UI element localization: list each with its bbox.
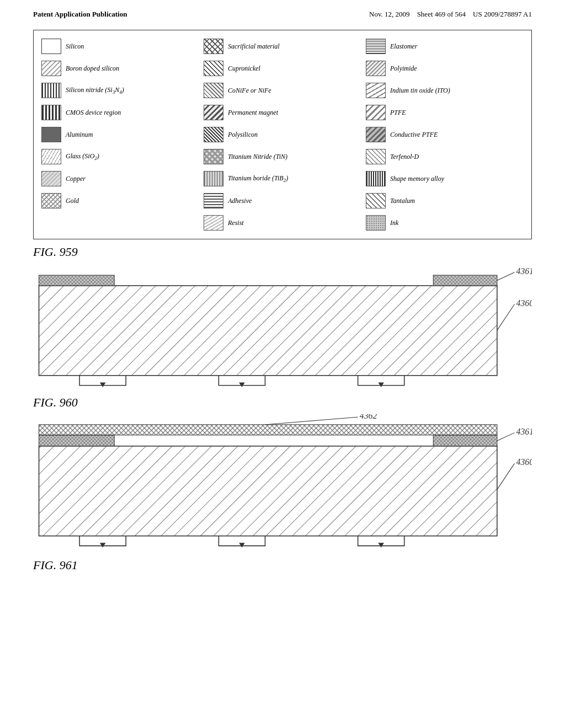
legend-item-empty xyxy=(39,213,201,232)
svg-marker-26 xyxy=(239,543,245,548)
swatch-titanium-nitride xyxy=(204,149,223,164)
swatch-copper xyxy=(41,171,61,186)
fig960-label: FIG. 960 xyxy=(33,395,565,410)
legend-item-ink: Ink xyxy=(364,213,526,232)
legend-label-sacrificial: Sacrificial material xyxy=(228,42,280,51)
legend-label-ito: Indium tin oxide (ITO) xyxy=(390,87,450,95)
svg-rect-5 xyxy=(39,275,115,286)
legend-label-titanium-boride: Titanium boride (TiB2) xyxy=(228,174,288,183)
legend-label-adhesive: Adhesive xyxy=(228,197,252,205)
legend-label-gold: Gold xyxy=(66,197,79,205)
legend-label-boron: Boron doped silicon xyxy=(66,65,119,73)
legend-item-gold: Gold xyxy=(39,191,201,210)
legend-item-titanium-boride: Titanium boride (TiB2) xyxy=(201,169,364,188)
legend-item-boron: Boron doped silicon xyxy=(39,59,201,78)
legend-label-silicon-nitride: Silicon nitride (Si3N4) xyxy=(66,86,124,95)
svg-rect-18 xyxy=(39,446,497,536)
legend-item-cupronickel: Cupronickel xyxy=(201,59,364,78)
legend-item-titanium-nitride: Titanium Nitride (TiN) xyxy=(201,147,364,166)
swatch-ito xyxy=(366,83,386,98)
swatch-titanium-boride xyxy=(204,171,223,186)
legend-item-polysilicon: Polysilicon xyxy=(201,125,364,144)
swatch-cmos xyxy=(41,105,61,120)
svg-marker-11 xyxy=(378,382,384,387)
svg-line-7 xyxy=(497,272,515,281)
swatch-adhesive xyxy=(204,193,223,208)
swatch-cupronickel xyxy=(204,61,223,76)
swatch-polysilicon xyxy=(204,127,223,142)
svg-line-8 xyxy=(497,304,515,330)
legend-label-silicon: Silicon xyxy=(66,42,84,51)
legend-label-conductive-ptfe: Conductive PTFE xyxy=(390,131,438,139)
swatch-terfenol xyxy=(366,149,386,164)
publication-date: Nov. 12, 2009 xyxy=(369,10,410,18)
svg-marker-10 xyxy=(239,382,245,387)
svg-line-22 xyxy=(265,417,358,425)
legend-item-permanent: Permanent magnet xyxy=(201,103,364,122)
legend-item-terfenol: Terfenol-D xyxy=(364,147,526,166)
legend-label-resist: Resist xyxy=(228,219,244,227)
callout-4360b: 4360 xyxy=(516,458,532,467)
fig961-container: 4362 4361 4360 xyxy=(33,414,532,553)
publication-label: Patent Application Publication xyxy=(33,10,127,19)
fig959-label: FIG. 959 xyxy=(33,245,565,259)
legend-item-silicon: Silicon xyxy=(39,37,201,56)
legend-label-polysilicon: Polysilicon xyxy=(228,131,258,139)
callout-4360: 4360 xyxy=(516,298,532,308)
callout-4362: 4362 xyxy=(360,414,377,420)
publication-info: Nov. 12, 2009 Sheet 469 of 564 US 2009/2… xyxy=(369,10,532,19)
legend-item-silicon-nitride: Silicon nitride (Si3N4) xyxy=(39,81,201,100)
svg-line-24 xyxy=(497,464,515,490)
legend-item-ptfe: PTFE xyxy=(364,103,526,122)
svg-rect-6 xyxy=(433,275,497,286)
legend-item-sacrificial: Sacrificial material xyxy=(201,37,364,56)
swatch-silicon xyxy=(41,39,61,54)
swatch-permanent xyxy=(204,105,223,120)
legend-label-cupronickel: Cupronickel xyxy=(228,65,260,73)
legend-label-titanium-nitride: Titanium Nitride (TiN) xyxy=(228,153,287,161)
sheet-info: Sheet 469 of 564 xyxy=(417,10,466,18)
swatch-silicon-nitride xyxy=(41,83,61,98)
svg-marker-9 xyxy=(100,382,106,387)
legend-label-ptfe: PTFE xyxy=(390,109,406,117)
legend-item-elastomer: Elastomer xyxy=(364,37,526,56)
legend-label-aluminum: Aluminum xyxy=(66,131,93,139)
swatch-polyimide xyxy=(366,61,386,76)
legend-item-polyimide: Polyimide xyxy=(364,59,526,78)
legend-item-adhesive: Adhesive xyxy=(201,191,364,210)
legend-item-shape-memory: Shape memory alloy xyxy=(364,169,526,188)
legend-label-elastomer: Elastomer xyxy=(390,42,417,51)
swatch-conife xyxy=(204,83,223,98)
swatch-ink xyxy=(366,215,386,231)
legend-label-glass: Glass (SiO2) xyxy=(66,152,99,161)
legend-item-glass: Glass (SiO2) xyxy=(39,147,201,166)
fig960-container: 4361 4360 xyxy=(33,264,532,391)
fig960-svg: 4361 4360 xyxy=(33,264,532,391)
legend-item-resist: Resist xyxy=(201,213,364,232)
swatch-tantalum xyxy=(366,193,386,208)
legend-label-polyimide: Polyimide xyxy=(390,65,417,73)
legend-label-shape-memory: Shape memory alloy xyxy=(390,175,444,183)
fig961-svg: 4362 4361 4360 xyxy=(33,414,532,553)
legend-box: Silicon Sacrificial material Elastomer B… xyxy=(33,30,532,239)
legend-item-ito: Indium tin oxide (ITO) xyxy=(364,81,526,100)
swatch-aluminum xyxy=(41,127,61,142)
swatch-boron xyxy=(41,61,61,76)
legend-label-terfenol: Terfenol-D xyxy=(390,153,419,161)
swatch-glass xyxy=(41,149,61,164)
swatch-ptfe xyxy=(366,105,386,120)
legend-label-conife: CoNiFe or NiFe xyxy=(228,87,271,95)
swatch-resist xyxy=(204,215,223,231)
swatch-gold xyxy=(41,193,61,208)
svg-rect-19 xyxy=(39,435,115,446)
legend-item-conife: CoNiFe or NiFe xyxy=(201,81,364,100)
callout-4361: 4361 xyxy=(516,266,532,276)
callout-4361b: 4361 xyxy=(516,427,532,436)
svg-marker-27 xyxy=(378,543,384,548)
svg-line-23 xyxy=(497,433,515,441)
swatch-elastomer xyxy=(366,39,386,54)
patent-number: US 2009/278897 A1 xyxy=(473,10,532,18)
swatch-shape-memory xyxy=(366,171,386,186)
svg-rect-20 xyxy=(433,435,497,446)
legend-item-aluminum: Aluminum xyxy=(39,125,201,144)
